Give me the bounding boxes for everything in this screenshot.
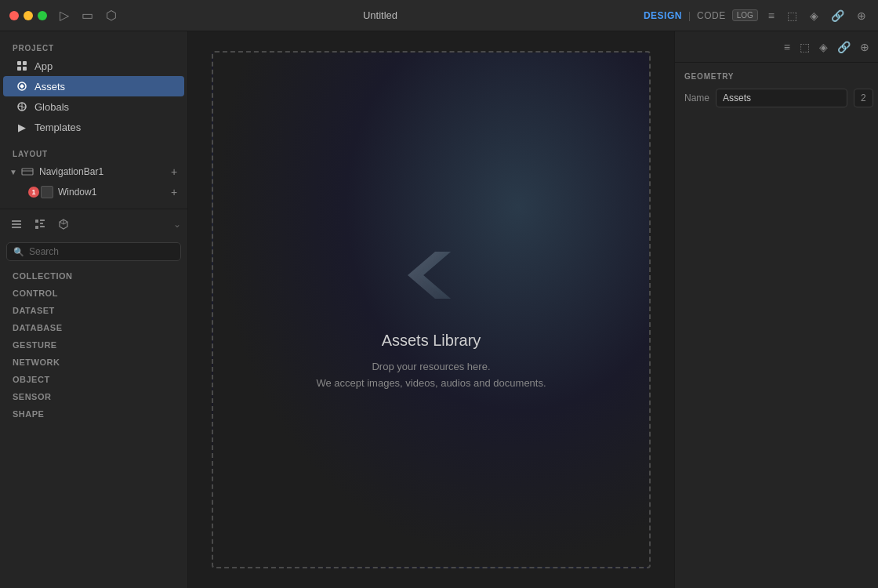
log-badge[interactable]: LOG — [732, 9, 758, 21]
right-settings-icon[interactable]: ⊕ — [858, 38, 872, 56]
right-toolbar: ≡ ⬚ ◈ 🔗 ⊕ — [675, 31, 878, 63]
search-box[interactable]: 🔍 — [6, 242, 181, 261]
assets-toolbar: ⌄ — [0, 209, 187, 239]
assets-icon — [16, 80, 28, 93]
templates-icon: ▶ — [16, 121, 28, 133]
design-label[interactable]: DESIGN — [644, 10, 682, 21]
svg-rect-16 — [40, 226, 45, 227]
left-sidebar: PROJECT App Assets Globals — [0, 31, 188, 588]
canvas-frame: Assets Library Drop your resources here.… — [212, 51, 651, 568]
geometry-name-row: Name 2 — [684, 89, 869, 107]
geometry-count: 2 — [854, 89, 873, 107]
library-sub1: Drop your resources here. — [372, 361, 490, 372]
minimize-button[interactable] — [24, 11, 33, 20]
category-object[interactable]: OBJECT — [0, 371, 187, 388]
svg-marker-20 — [408, 252, 451, 299]
navbar-add-button[interactable]: + — [167, 165, 181, 179]
app-label: App — [34, 60, 53, 72]
category-collection[interactable]: COLLECTION — [0, 267, 187, 285]
device-icon[interactable]: ▭ — [82, 8, 93, 23]
svg-rect-0 — [17, 61, 21, 65]
titlebar: ▷ ▭ ⬡ Untitled DESIGN | CODE LOG ≡ ⬚ ◈ 🔗… — [0, 0, 878, 31]
titlebar-left-actions: ▷ ▭ ⬡ — [60, 8, 117, 23]
category-control[interactable]: CONTROL — [0, 285, 187, 302]
svg-rect-14 — [40, 220, 45, 221]
close-button[interactable] — [9, 11, 19, 20]
category-gesture[interactable]: GESTURE — [0, 336, 187, 354]
right-shield-icon[interactable]: ◈ — [817, 38, 830, 56]
assets-panel: ⌄ 🔍 COLLECTION CONTROL DATASET DATABASE … — [0, 209, 187, 588]
titlebar-center: Untitled — [123, 9, 637, 21]
sidebar-item-templates[interactable]: ▶ Templates — [3, 117, 184, 137]
shield-icon[interactable]: ◈ — [807, 7, 821, 24]
document-title: Untitled — [363, 9, 397, 21]
sidebar-item-globals[interactable]: Globals — [3, 96, 184, 117]
list-tool-button[interactable] — [30, 214, 50, 234]
assets-label: Assets — [34, 81, 65, 93]
link-icon[interactable]: 🔗 — [829, 7, 847, 24]
window-badge-label: 1 — [31, 188, 35, 196]
right-link-icon[interactable]: 🔗 — [835, 38, 853, 56]
window-badge: 1 — [28, 187, 39, 198]
navbar-icon — [20, 165, 34, 179]
assets-library-logo — [384, 228, 478, 322]
settings-icon[interactable]: ⊕ — [854, 7, 869, 24]
sidebar-item-app[interactable]: App — [3, 56, 184, 76]
search-input[interactable] — [29, 246, 174, 257]
category-database[interactable]: DATABASE — [0, 319, 187, 336]
right-list-icon[interactable]: ≡ — [782, 38, 793, 56]
calendar-icon[interactable]: ⬡ — [106, 8, 117, 23]
svg-rect-7 — [22, 169, 33, 175]
search-icon: 🔍 — [13, 247, 24, 257]
categories-list: COLLECTION CONTROL DATASET DATABASE GEST… — [0, 264, 187, 588]
list-icon[interactable]: ≡ — [766, 7, 777, 24]
globals-icon — [16, 100, 28, 113]
category-network[interactable]: NETWORK — [0, 354, 187, 371]
svg-rect-9 — [12, 220, 21, 222]
library-title: Assets Library — [382, 332, 481, 350]
right-panel: ≡ ⬚ ◈ 🔗 ⊕ GEOMETRY Name 2 — [674, 31, 878, 588]
svg-line-18 — [63, 222, 67, 224]
code-label[interactable]: CODE — [697, 10, 726, 21]
svg-rect-10 — [12, 223, 21, 225]
layout-section-label: LAYOUT — [0, 143, 187, 162]
toggle-separator: | — [688, 10, 691, 21]
geometry-section-title: GEOMETRY — [684, 72, 869, 81]
frame-icon[interactable]: ⬚ — [785, 7, 800, 24]
svg-rect-12 — [35, 220, 38, 223]
library-sub2: We accept images, videos, audios and doc… — [316, 377, 546, 389]
traffic-lights — [9, 11, 47, 20]
project-section: PROJECT App Assets Globals — [0, 31, 187, 209]
library-subtitle: Drop your resources here. We accept imag… — [316, 359, 546, 392]
canvas-area: Assets Library Drop your resources here.… — [188, 31, 674, 588]
cube-tool-button[interactable] — [53, 214, 74, 234]
svg-rect-13 — [35, 226, 38, 229]
svg-rect-11 — [12, 227, 21, 228]
window-label: Window1 — [58, 187, 167, 198]
layout-subitem-window[interactable]: 1 Window1 + — [0, 182, 187, 202]
layout-item-navbar[interactable]: ▼ NavigationBar1 + — [0, 162, 187, 182]
layers-tool-button[interactable] — [6, 214, 27, 234]
svg-line-19 — [60, 222, 63, 224]
titlebar-right: LOG ≡ ⬚ ◈ 🔗 ⊕ — [732, 7, 869, 24]
svg-rect-1 — [23, 61, 27, 65]
navbar-label: NavigationBar1 — [39, 166, 167, 177]
assets-chevron-icon[interactable]: ⌄ — [173, 219, 181, 230]
project-section-label: PROJECT — [0, 38, 187, 56]
svg-rect-2 — [17, 67, 21, 71]
maximize-button[interactable] — [38, 11, 47, 20]
templates-label: Templates — [34, 122, 81, 133]
window-add-button[interactable]: + — [167, 185, 181, 199]
geometry-section: GEOMETRY Name 2 — [675, 63, 878, 117]
globals-label: Globals — [34, 101, 69, 113]
design-code-toggle[interactable]: DESIGN | CODE — [644, 10, 726, 21]
svg-rect-15 — [40, 223, 43, 224]
right-frame-icon[interactable]: ⬚ — [797, 38, 812, 56]
category-dataset[interactable]: DATASET — [0, 302, 187, 319]
play-icon[interactable]: ▷ — [60, 8, 69, 23]
sidebar-item-assets[interactable]: Assets — [3, 76, 184, 96]
geometry-name-input[interactable] — [716, 89, 847, 107]
category-sensor[interactable]: SENSOR — [0, 388, 187, 405]
category-shape[interactable]: SHAPE — [0, 405, 187, 423]
window-icon — [41, 186, 53, 198]
